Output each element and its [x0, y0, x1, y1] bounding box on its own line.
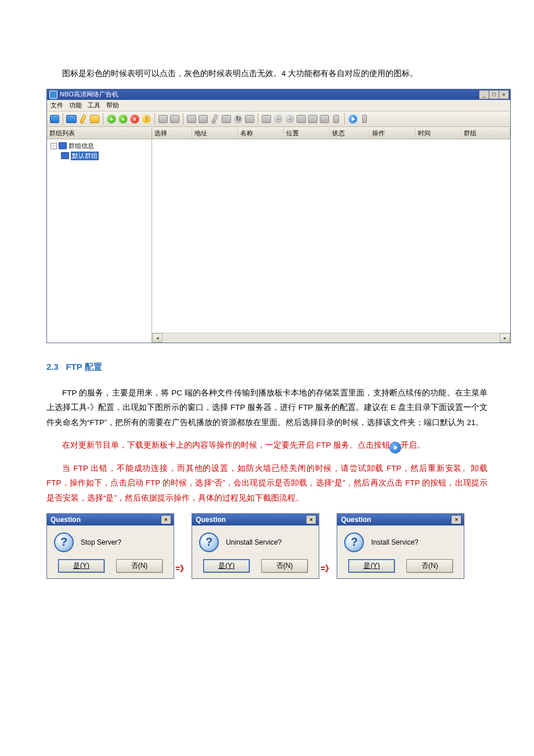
col-name[interactable]: 名称	[238, 128, 284, 139]
tb-icon-folder[interactable]	[89, 114, 100, 124]
tb-icon-g7	[244, 114, 255, 124]
no-button[interactable]: 否(N)	[406, 559, 453, 573]
window-title: NBO高清网络广告机	[60, 90, 118, 99]
app-window: NBO高清网络广告机 _ □ × 文件 功能 工具 帮助 + + × !	[46, 89, 511, 343]
dialog-titlebar: Question ×	[192, 514, 319, 525]
tree-header: 群组列表	[47, 128, 151, 139]
tb-icon-g8	[261, 114, 272, 124]
question-icon: ?	[54, 532, 74, 552]
yes-button[interactable]: 是(Y)	[348, 559, 395, 573]
tb-icon-book[interactable]	[66, 114, 77, 124]
dialog-title-text: Question	[341, 516, 371, 524]
dialog-message: Uninstall Service?	[226, 538, 311, 546]
folder-icon	[59, 142, 67, 149]
tb-icon-g6	[221, 114, 232, 124]
folder-icon	[61, 152, 69, 159]
tb-icon-monitor[interactable]	[49, 114, 60, 124]
tb-icon-refresh: ↻	[233, 114, 243, 124]
document-page: 图标是彩色的时候表明可以点击，灰色的时候表明点击无效。4 大功能都有各自对应的使…	[0, 0, 534, 756]
no-button-label: 否(N)	[276, 561, 293, 570]
dialog-title-text: Question	[196, 516, 226, 524]
minimize-button[interactable]: _	[479, 90, 489, 99]
tree-root-item[interactable]: − 群组信息	[50, 141, 150, 151]
no-button[interactable]: 否(N)	[261, 559, 308, 573]
list-body	[152, 139, 510, 333]
dialog-message: Install Service?	[371, 538, 456, 546]
titlebar: NBO高清网络广告机 _ □ ×	[47, 89, 510, 100]
horizontal-scrollbar[interactable]: ◂ ▸	[152, 333, 510, 343]
dialog-titlebar: Question ×	[47, 514, 174, 525]
tb-icon-g2	[169, 114, 180, 124]
section-heading: 2.3 FTP 配置	[46, 362, 488, 373]
yes-button[interactable]: 是(Y)	[58, 559, 104, 573]
flow-arrow: =》	[319, 564, 337, 579]
paragraph-1: FTP 的服务，主要是用来，将 PC 端的各种文件传输到播放板卡本地的存储装置里…	[46, 386, 488, 430]
scroll-right-button[interactable]: ▸	[500, 333, 510, 343]
scroll-left-button[interactable]: ◂	[152, 333, 163, 343]
tb-icon-g5	[210, 114, 220, 124]
no-button-label: 否(N)	[131, 561, 148, 570]
tb-icon-g12	[308, 114, 318, 124]
menu-help[interactable]: 帮助	[106, 101, 119, 110]
yes-button-label: 是(Y)	[363, 561, 380, 570]
col-status[interactable]: 状态	[330, 128, 370, 139]
tb-icon-play[interactable]	[348, 114, 358, 124]
col-group[interactable]: 群组	[461, 128, 510, 139]
tb-icon-g1	[158, 114, 168, 124]
menu-file[interactable]: 文件	[50, 101, 63, 110]
dialog-install-service: Question × ? Install Service? 是(Y) 否(N)	[337, 513, 464, 579]
tb-icon-pencil[interactable]	[78, 114, 88, 124]
tree-child-item[interactable]: 默认群组	[61, 151, 150, 161]
menubar: 文件 功能 工具 帮助	[47, 100, 510, 111]
col-position[interactable]: 位置	[284, 128, 330, 139]
tb-icon-warn[interactable]: !	[141, 114, 151, 124]
intro-paragraph: 图标是彩色的时候表明可以点击，灰色的时候表明点击无效。4 大功能都有各自对应的使…	[46, 66, 488, 81]
p2-part-b: 开启。	[400, 441, 425, 449]
paragraph-2: 在对更新节目单，下载更新板卡上的内容等操作的时候，一定要先开启 FTP 服务。点…	[46, 438, 488, 453]
close-button[interactable]: ×	[499, 90, 509, 99]
flow-arrow: =》	[174, 564, 192, 579]
paragraph-3: 当 FTP 出错，不能成功连接，而其他的设置，如防火墙已经关闭的时候，请尝试卸载…	[46, 461, 488, 506]
toolbar: + + × ! ↻ · ·	[47, 111, 510, 127]
yes-button-label: 是(Y)	[73, 561, 89, 570]
col-time[interactable]: 时间	[416, 128, 461, 139]
menu-tools[interactable]: 工具	[88, 101, 100, 110]
dialog-uninstall-service: Question × ? Uninstall Service? 是(Y) 否(N…	[192, 513, 319, 579]
dialog-stop-server: Question × ? Stop Server? 是(Y) 否(N)	[46, 513, 174, 579]
tb-icon-g13	[319, 114, 330, 124]
app-icon	[49, 91, 57, 99]
menu-function[interactable]: 功能	[69, 101, 82, 110]
tb-icon-g14	[331, 114, 341, 124]
tb-icon-add2[interactable]: +	[118, 114, 128, 124]
dialog-close-button[interactable]: ×	[306, 515, 316, 524]
col-select[interactable]: 选择	[152, 128, 192, 139]
dialog-message: Stop Server?	[81, 538, 165, 546]
section-title-text: FTP 配置	[66, 362, 102, 372]
question-icon: ?	[199, 532, 219, 552]
dialog-close-button[interactable]: ×	[161, 515, 171, 524]
p2-part-a: 在对更新节目单，下载更新板卡上的内容等操作的时候，一定要先开启 FTP 服务。点…	[62, 441, 390, 449]
tb-icon-remove[interactable]: ×	[129, 114, 140, 124]
tb-icon-g3	[186, 114, 197, 124]
inline-play-icon	[390, 442, 400, 453]
list-header: 选择 地址 名称 位置 状态 操作 时间 群组	[152, 128, 510, 139]
tb-icon-g15	[359, 114, 370, 124]
no-button-label: 否(N)	[421, 561, 438, 570]
tb-icon-g4	[198, 114, 208, 124]
tb-icon-g11	[296, 114, 306, 124]
yes-button-label: 是(Y)	[218, 561, 234, 570]
question-icon: ?	[344, 532, 364, 552]
no-button[interactable]: 否(N)	[116, 559, 163, 573]
col-action[interactable]: 操作	[370, 128, 416, 139]
dialog-title-text: Question	[50, 516, 81, 524]
tree-child-label: 默认群组	[71, 152, 99, 160]
col-address[interactable]: 地址	[192, 128, 238, 139]
tb-icon-g10: ·	[284, 114, 295, 124]
tb-icon-g9: ·	[273, 114, 283, 124]
yes-button[interactable]: 是(Y)	[203, 559, 250, 573]
dialog-close-button[interactable]: ×	[451, 515, 461, 524]
tree-collapse-icon[interactable]: −	[50, 143, 57, 149]
tb-icon-add[interactable]: +	[106, 114, 117, 124]
section-number: 2.3	[46, 362, 59, 372]
maximize-button[interactable]: □	[489, 90, 499, 99]
